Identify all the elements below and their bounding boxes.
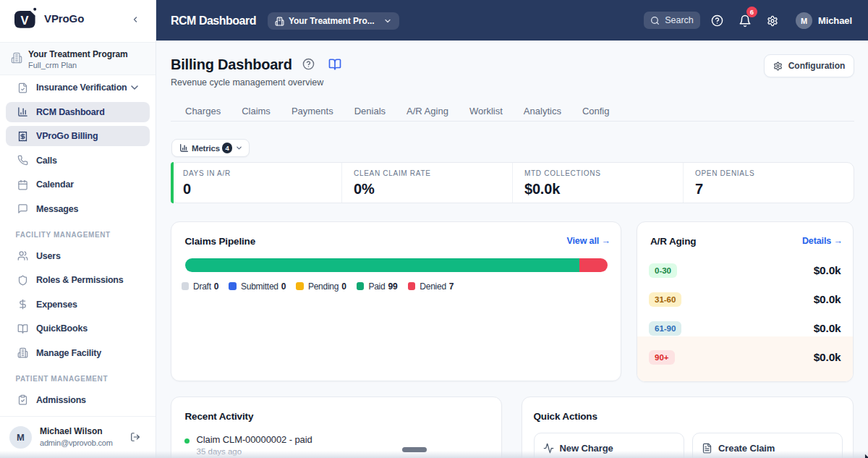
svg-text:V: V bbox=[20, 14, 28, 27]
